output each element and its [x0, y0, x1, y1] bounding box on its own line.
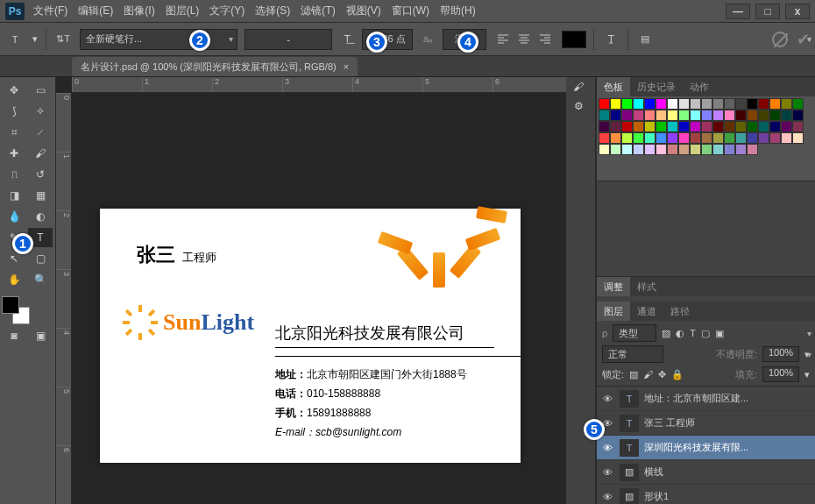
- swatch[interactable]: [758, 98, 769, 110]
- swatch[interactable]: [678, 98, 690, 110]
- wand-tool[interactable]: ✧: [28, 102, 53, 121]
- brush-tool[interactable]: 🖌: [28, 144, 53, 163]
- swatch[interactable]: [644, 132, 656, 144]
- swatch[interactable]: [667, 121, 678, 132]
- close-button[interactable]: x: [785, 4, 810, 19]
- lock-trans-icon[interactable]: ▨: [629, 369, 638, 380]
- layer-row[interactable]: 👁T地址：北京市朝阳区建...: [597, 387, 815, 411]
- eyedropper-tool[interactable]: ⟋: [28, 123, 53, 142]
- move-tool[interactable]: ✥: [2, 81, 26, 100]
- swatch[interactable]: [656, 144, 667, 155]
- brush-panel-icon[interactable]: 🖌: [566, 77, 591, 96]
- swatch[interactable]: [610, 121, 621, 132]
- swatch[interactable]: [701, 110, 712, 121]
- swatch[interactable]: [769, 98, 781, 110]
- layer-row[interactable]: 👁▨形状1: [597, 485, 815, 504]
- document-tab[interactable]: 名片设计.psd @ 100% (深圳阳光科技发展有限公司, RGB/8) ×: [72, 57, 358, 76]
- dodge-tool[interactable]: ◐: [28, 207, 53, 226]
- eraser-tool[interactable]: ◨: [2, 186, 26, 205]
- preset-dropdown-icon[interactable]: ▾: [32, 29, 39, 50]
- swatch[interactable]: [610, 98, 621, 110]
- swatch[interactable]: [735, 121, 747, 132]
- tab-adjustments[interactable]: 调整: [597, 277, 630, 296]
- tab-channels[interactable]: 通道: [630, 302, 663, 321]
- swatch[interactable]: [747, 132, 758, 144]
- swatch[interactable]: [701, 98, 712, 110]
- filter-type-icon[interactable]: T: [690, 328, 696, 338]
- menu-select[interactable]: 选择(S): [255, 4, 290, 18]
- swatch[interactable]: [735, 110, 747, 121]
- swatch[interactable]: [701, 121, 712, 132]
- swatch[interactable]: [747, 144, 758, 155]
- swatch[interactable]: [633, 144, 644, 155]
- visibility-toggle[interactable]: 👁: [600, 443, 614, 453]
- canvas-area[interactable]: 0123456 0123456 张三 工程师 SunLight: [56, 77, 566, 504]
- blur-tool[interactable]: 💧: [2, 207, 26, 226]
- brush-settings-icon[interactable]: ⚙: [566, 96, 591, 116]
- swatch[interactable]: [781, 132, 792, 144]
- swatch[interactable]: [724, 98, 735, 110]
- swatch[interactable]: [610, 110, 621, 121]
- maximize-button[interactable]: □: [755, 4, 780, 19]
- warp-text-button[interactable]: T̰: [601, 29, 620, 50]
- cancel-icon[interactable]: [772, 32, 788, 47]
- align-center-button[interactable]: [514, 30, 534, 49]
- swatch[interactable]: [781, 110, 792, 121]
- layer-list[interactable]: 👁T地址：北京市朝阳区建...👁T张三 工程师👁T深圳阳光科技发展有限...👁▨…: [597, 387, 815, 504]
- hand-tool[interactable]: ✋: [2, 270, 26, 289]
- swatch[interactable]: [690, 110, 701, 121]
- swatch[interactable]: [621, 132, 633, 144]
- swatch[interactable]: [599, 98, 610, 110]
- swatch[interactable]: [656, 121, 667, 132]
- tab-history[interactable]: 历史记录: [630, 77, 683, 96]
- swatch[interactable]: [792, 98, 804, 110]
- menu-image[interactable]: 图像(I): [124, 4, 154, 18]
- swatch[interactable]: [633, 98, 644, 110]
- font-family-select[interactable]: 全新硬笔行...: [80, 29, 237, 50]
- swatch[interactable]: [735, 132, 747, 144]
- menu-help[interactable]: 帮助(H): [440, 4, 476, 18]
- canvas[interactable]: 张三 工程师 SunLight 北京阳光科技发展有限公司 地址：北京市朝阳区建国…: [100, 209, 521, 463]
- fg-color[interactable]: [2, 296, 19, 314]
- swatch[interactable]: [712, 132, 724, 144]
- swatch[interactable]: [599, 121, 610, 132]
- swatch[interactable]: [758, 121, 769, 132]
- crop-tool[interactable]: ⌗: [2, 123, 26, 142]
- align-right-button[interactable]: [535, 30, 555, 49]
- swatch[interactable]: [724, 121, 735, 132]
- swatch[interactable]: [621, 144, 633, 155]
- swatch[interactable]: [656, 98, 667, 110]
- font-style-select[interactable]: -: [244, 29, 332, 50]
- swatch[interactable]: [792, 132, 804, 144]
- swatch[interactable]: [724, 110, 735, 121]
- swatch[interactable]: [667, 98, 678, 110]
- shape-tool[interactable]: ▢: [28, 249, 53, 268]
- color-picker[interactable]: [2, 296, 30, 324]
- swatch[interactable]: [792, 121, 804, 132]
- marquee-tool[interactable]: ▭: [28, 81, 53, 100]
- filter-shape-icon[interactable]: ▢: [701, 328, 710, 339]
- quickmask-button[interactable]: ◙: [2, 326, 26, 345]
- swatch[interactable]: [656, 110, 667, 121]
- blend-mode-select[interactable]: 正常: [602, 345, 663, 363]
- swatch[interactable]: [690, 132, 701, 144]
- orientation-toggle[interactable]: ⇅T: [53, 29, 73, 50]
- menu-window[interactable]: 窗口(W): [392, 4, 429, 18]
- swatch[interactable]: [735, 144, 747, 155]
- swatch[interactable]: [701, 144, 712, 155]
- filter-smart-icon[interactable]: ▣: [715, 328, 724, 339]
- swatch[interactable]: [644, 110, 656, 121]
- swatch[interactable]: [644, 98, 656, 110]
- swatch[interactable]: [621, 110, 633, 121]
- swatch[interactable]: [690, 121, 701, 132]
- swatch[interactable]: [633, 132, 644, 144]
- text-color-swatch[interactable]: [562, 31, 586, 48]
- visibility-toggle[interactable]: 👁: [600, 467, 614, 478]
- tool-preset-icon[interactable]: T: [5, 29, 25, 50]
- visibility-toggle[interactable]: 👁: [600, 394, 614, 404]
- swatch[interactable]: [735, 98, 747, 110]
- swatch[interactable]: [712, 110, 724, 121]
- swatch[interactable]: [621, 98, 633, 110]
- swatch[interactable]: [610, 132, 621, 144]
- lock-pixel-icon[interactable]: 🖌: [643, 369, 653, 380]
